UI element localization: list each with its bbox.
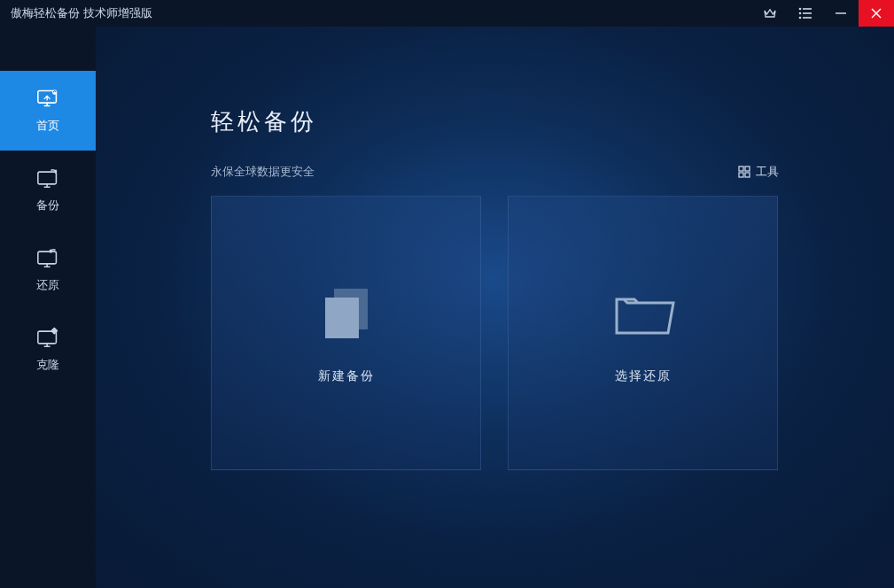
svg-rect-3 xyxy=(803,12,812,14)
titlebar: 傲梅轻松备份 技术师增强版 xyxy=(0,0,894,27)
sidebar-item-restore[interactable]: 还原 xyxy=(0,230,96,310)
svg-rect-16 xyxy=(745,166,750,171)
svg-rect-5 xyxy=(803,17,812,19)
minimize-icon xyxy=(835,7,847,19)
svg-rect-14 xyxy=(51,327,58,334)
page-subtitle: 永保全球数据更安全 xyxy=(211,164,315,180)
sidebar-item-label: 还原 xyxy=(36,277,59,293)
tools-link[interactable]: 工具 xyxy=(738,164,779,180)
main-content: 轻松备份 永保全球数据更安全 工具 xyxy=(96,27,894,588)
close-icon xyxy=(870,7,882,19)
svg-point-4 xyxy=(799,17,802,19)
restore-icon xyxy=(35,247,60,268)
backup-icon xyxy=(35,167,60,189)
documents-icon xyxy=(311,282,382,344)
clone-icon xyxy=(35,327,60,348)
sidebar-item-home[interactable]: 首页 xyxy=(0,71,96,151)
sidebar-item-label: 首页 xyxy=(36,118,59,134)
svg-point-0 xyxy=(799,8,802,11)
folder-icon xyxy=(608,282,679,344)
grid-icon xyxy=(738,166,750,178)
sidebar-item-label: 克隆 xyxy=(36,357,59,373)
page-title: 轻松备份 xyxy=(211,106,779,137)
svg-rect-20 xyxy=(325,298,359,338)
svg-rect-15 xyxy=(739,166,743,171)
card-label: 新建备份 xyxy=(318,368,375,384)
svg-rect-1 xyxy=(803,8,812,10)
tools-label: 工具 xyxy=(756,164,779,180)
crown-button[interactable] xyxy=(752,0,788,27)
svg-rect-18 xyxy=(745,173,750,177)
svg-rect-11 xyxy=(38,172,57,184)
home-icon xyxy=(35,88,60,109)
card-label: 选择还原 xyxy=(615,368,672,384)
menu-list-icon xyxy=(798,7,812,19)
card-new-backup[interactable]: 新建备份 xyxy=(211,196,481,470)
sidebar: 首页 备份 还原 克隆 xyxy=(0,27,96,588)
card-select-restore[interactable]: 选择还原 xyxy=(508,196,778,470)
sidebar-item-clone[interactable]: 克隆 xyxy=(0,310,96,390)
app-title: 傲梅轻松备份 技术师增强版 xyxy=(11,5,752,21)
menu-button[interactable] xyxy=(788,0,823,27)
svg-rect-12 xyxy=(38,251,57,264)
minimize-button[interactable] xyxy=(823,0,859,27)
svg-point-2 xyxy=(799,12,802,15)
titlebar-actions xyxy=(752,0,894,27)
sidebar-item-label: 备份 xyxy=(36,197,59,213)
svg-rect-17 xyxy=(739,173,743,177)
sidebar-item-backup[interactable]: 备份 xyxy=(0,151,96,230)
close-button[interactable] xyxy=(859,0,894,27)
crown-icon xyxy=(763,7,777,19)
